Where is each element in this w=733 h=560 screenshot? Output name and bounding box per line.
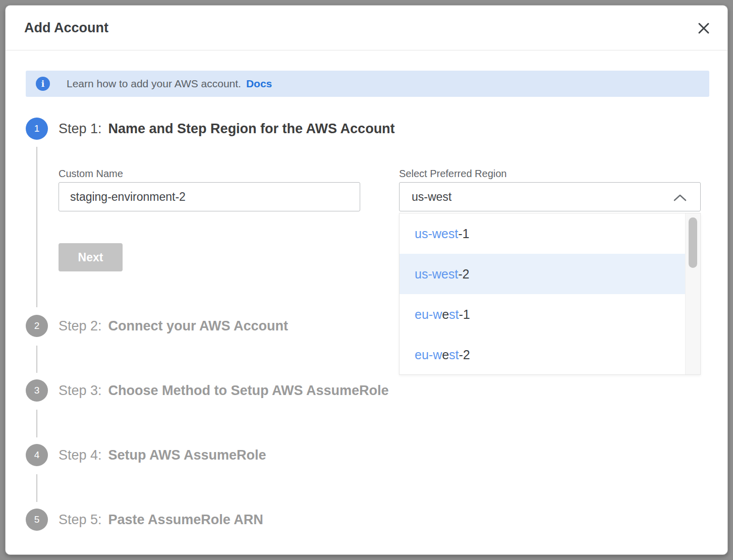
option-text-segment: eu-w [415,307,442,322]
step-name: Name and Step Region for the AWS Account [108,121,395,137]
option-text-segment: -2 [458,267,469,282]
region-dropdown: us-west-1us-west-2eu-west-1eu-west-2 [399,213,701,375]
step-5-badge: 5 [26,509,48,531]
step-1-badge: 1 [26,118,48,140]
step-connector [36,346,37,373]
step-2-badge: 2 [26,315,48,337]
dropdown-option[interactable]: eu-west-1 [400,294,685,334]
step-name: Connect your AWS Account [108,318,289,334]
step-connector [36,147,37,307]
step-5-header: Step 5: Paste AssumeRole ARN [59,509,263,531]
modal-title: Add Account [24,6,108,50]
option-text-segment: eu-w [415,348,442,362]
step-name: Choose Method to Setup AWS AssumeRole [108,383,389,399]
step-number: 4 [34,450,40,461]
custom-name-label: Custom Name [59,168,123,180]
chevron-up-icon[interactable] [673,194,687,204]
dropdown-option[interactable]: us-west-1 [400,213,685,254]
option-text-segment: -1 [459,307,470,322]
step-name: Paste AssumeRole ARN [108,512,263,528]
step-number: 2 [34,320,40,331]
step-1-header: Step 1: Name and Step Region for the AWS… [59,118,395,140]
info-icon-glyph: i [41,79,44,89]
close-button[interactable] [693,18,714,39]
step-prefix: Step 3: [59,383,102,399]
step-prefix: Step 4: [59,447,102,463]
docs-link[interactable]: Docs [246,78,272,90]
option-text-segment: us-west [415,227,458,241]
next-button[interactable]: Next [59,243,123,271]
info-icon: i [36,77,50,91]
step-4-header: Step 4: Setup AWS AssumeRole [59,444,266,466]
step-number: 5 [34,514,40,525]
info-banner: i Learn how to add your AWS account. Doc… [26,71,709,97]
dropdown-option[interactable]: us-west-2 [400,254,685,294]
region-dropdown-list: us-west-1us-west-2eu-west-1eu-west-2 [400,213,685,374]
step-connector [36,410,37,437]
option-text-segment: -1 [458,227,469,241]
step-2-header: Step 2: Connect your AWS Account [59,315,288,337]
region-label: Select Preferred Region [399,168,506,180]
step-name: Setup AWS AssumeRole [108,447,266,463]
modal-header: Add Account [6,6,727,50]
dropdown-scrollbar-track[interactable] [685,213,700,374]
step-4-badge: 4 [26,444,48,466]
step-prefix: Step 2: [59,318,102,334]
step-connector [36,474,37,502]
option-text-segment: st [449,307,459,322]
step-prefix: Step 1: [59,121,102,137]
step-3-badge: 3 [26,379,48,402]
region-value: us-west [412,190,452,204]
region-combobox[interactable]: us-west [399,182,701,211]
add-account-modal: Add Account i Learn how to add your AWS … [5,5,728,555]
option-text-segment: e [442,307,449,322]
step-number: 1 [34,123,40,134]
option-text-segment: st [449,348,459,362]
step-3-header: Step 3: Choose Method to Setup AWS Assum… [59,379,389,402]
step-prefix: Step 5: [59,512,102,528]
option-text-segment: -2 [459,348,470,362]
banner-text: Learn how to add your AWS account. [67,78,241,90]
close-icon [697,22,710,35]
option-text-segment: us-west [415,267,458,282]
custom-name-input[interactable] [59,182,360,211]
step-number: 3 [34,385,40,396]
dropdown-option[interactable]: eu-west-2 [400,334,685,375]
option-text-segment: e [442,348,449,362]
dropdown-scrollbar-thumb[interactable] [689,217,697,268]
